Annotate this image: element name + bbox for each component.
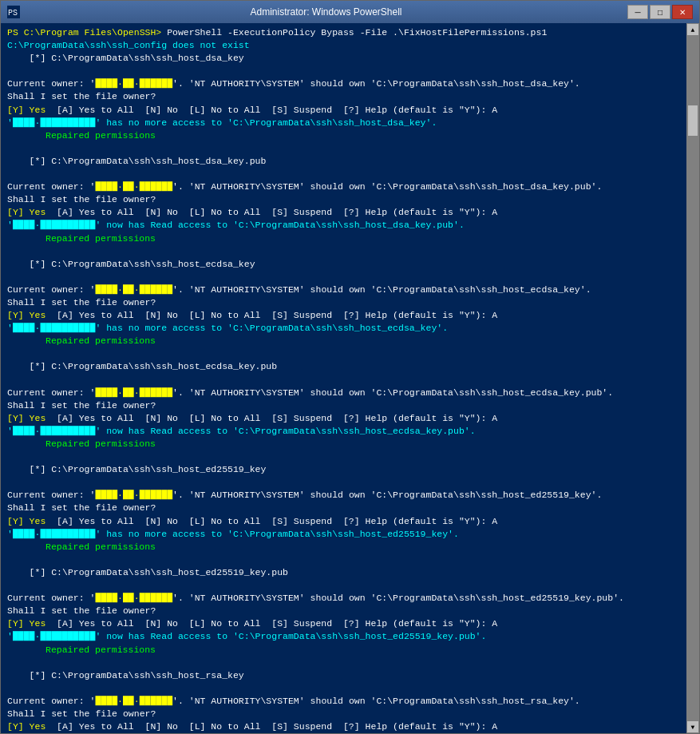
- repaired-3: Repaired permissions: [7, 335, 680, 347]
- line-48: Shall I set the file owner?: [7, 708, 680, 720]
- line-5: Current owner: '████·██·██████'. 'NT AUT…: [7, 77, 680, 90]
- line-23: [7, 347, 680, 360]
- scroll-down-button[interactable]: ▼: [686, 720, 699, 733]
- line-1: PS C:\Program Files\OpenSSH> PowerShell …: [7, 26, 680, 39]
- line-49: [Y] Yes [A] Yes to All [N] No [L] No to …: [7, 720, 680, 733]
- line-20: Shall I set the file owner?: [7, 296, 680, 309]
- line-13: Shall I set the file owner?: [7, 193, 680, 206]
- line-26: Current owner: '████·██·██████'. 'NT AUT…: [7, 387, 680, 399]
- repaired-6: Repaired permissions: [7, 644, 680, 657]
- maximize-button[interactable]: □: [650, 5, 670, 19]
- line-29: '████·██████████' now has Read access to…: [7, 425, 680, 438]
- line-47: Current owner: '████·██·██████'. 'NT AUT…: [7, 695, 680, 708]
- repaired-1: Repaired permissions: [7, 129, 680, 142]
- line-27: Shall I set the file owner?: [7, 399, 680, 412]
- line-25: [7, 374, 680, 387]
- line-12: Current owner: '████·██·██████'. 'NT AUT…: [7, 181, 680, 193]
- line-21: [Y] Yes [A] Yes to All [N] No [L] No to …: [7, 309, 680, 322]
- repaired-5: Repaired permissions: [7, 541, 680, 553]
- terminal-output[interactable]: PS C:\Program Files\OpenSSH> PowerShell …: [1, 23, 686, 733]
- line-33: Current owner: '████·██·██████'. 'NT AUT…: [7, 489, 680, 502]
- repaired-2: Repaired permissions: [7, 232, 680, 245]
- scrollbar[interactable]: ▲ ▼: [686, 23, 699, 733]
- line-11: [7, 168, 680, 181]
- line-14: [Y] Yes [A] Yes to All [N] No [L] No to …: [7, 206, 680, 219]
- minimize-button[interactable]: ─: [627, 5, 648, 19]
- line-10: [*] C:\ProgramData\ssh\ssh_host_dsa_key.…: [7, 155, 680, 168]
- line-3: [*] C:\ProgramData\ssh\ssh_host_dsa_key: [7, 52, 680, 65]
- line-28: [Y] Yes [A] Yes to All [N] No [L] No to …: [7, 412, 680, 425]
- line-44: [7, 657, 680, 669]
- line-7: [Y] Yes [A] Yes to All [N] No [L] No to …: [7, 104, 680, 117]
- line-31: [*] C:\ProgramData\ssh\ssh_host_ed25519_…: [7, 463, 680, 476]
- line-8: '████·██████████' has no more access to …: [7, 117, 680, 129]
- scroll-up-button[interactable]: ▲: [686, 23, 699, 36]
- line-2: C:\ProgramData\ssh\ssh_config does not e…: [7, 39, 680, 52]
- line-17: [*] C:\ProgramData\ssh\ssh_host_ecdsa_ke…: [7, 258, 680, 271]
- window-controls: ─ □ ✕: [627, 5, 693, 19]
- line-38: [*] C:\ProgramData\ssh\ssh_host_ed25519_…: [7, 566, 680, 579]
- scroll-track[interactable]: [686, 36, 699, 720]
- line-45: [*] C:\ProgramData\ssh\ssh_host_rsa_key: [7, 669, 680, 682]
- scroll-thumb[interactable]: [687, 105, 698, 137]
- line-42: [Y] Yes [A] Yes to All [N] No [L] No to …: [7, 617, 680, 630]
- line-4: [7, 65, 680, 77]
- line-9: [7, 142, 680, 155]
- line-36: '████·██████████' has no more access to …: [7, 528, 680, 541]
- line-35: [Y] Yes [A] Yes to All [N] No [L] No to …: [7, 515, 680, 528]
- close-button[interactable]: ✕: [672, 5, 693, 19]
- line-30: [7, 450, 680, 463]
- repaired-4: Repaired permissions: [7, 438, 680, 450]
- line-18: [7, 271, 680, 284]
- line-40: Current owner: '████·██·██████'. 'NT AUT…: [7, 592, 680, 605]
- line-19: Current owner: '████·██·██████'. 'NT AUT…: [7, 284, 680, 296]
- line-43: '████·██████████' now has Read access to…: [7, 630, 680, 643]
- powershell-window: PS Administrator: Windows PowerShell ─ □…: [0, 0, 700, 734]
- line-37: [7, 553, 680, 566]
- line-32: [7, 476, 680, 489]
- title-bar: PS Administrator: Windows PowerShell ─ □…: [1, 1, 699, 23]
- content-area: PS C:\Program Files\OpenSSH> PowerShell …: [1, 23, 699, 733]
- line-24: [*] C:\ProgramData\ssh\ssh_host_ecdsa_ke…: [7, 360, 680, 373]
- line-15: '████·██████████' now has Read access to…: [7, 219, 680, 232]
- line-41: Shall I set the file owner?: [7, 605, 680, 617]
- line-39: [7, 579, 680, 592]
- line-46: [7, 682, 680, 695]
- line-16: [7, 245, 680, 258]
- line-34: Shall I set the file owner?: [7, 502, 680, 514]
- window-title: Administrator: Windows PowerShell: [25, 6, 627, 18]
- line-6: Shall I set the file owner?: [7, 90, 680, 103]
- line-22: '████·██████████' has no more access to …: [7, 322, 680, 335]
- window-icon: PS: [7, 6, 20, 18]
- svg-text:PS: PS: [8, 9, 18, 18]
